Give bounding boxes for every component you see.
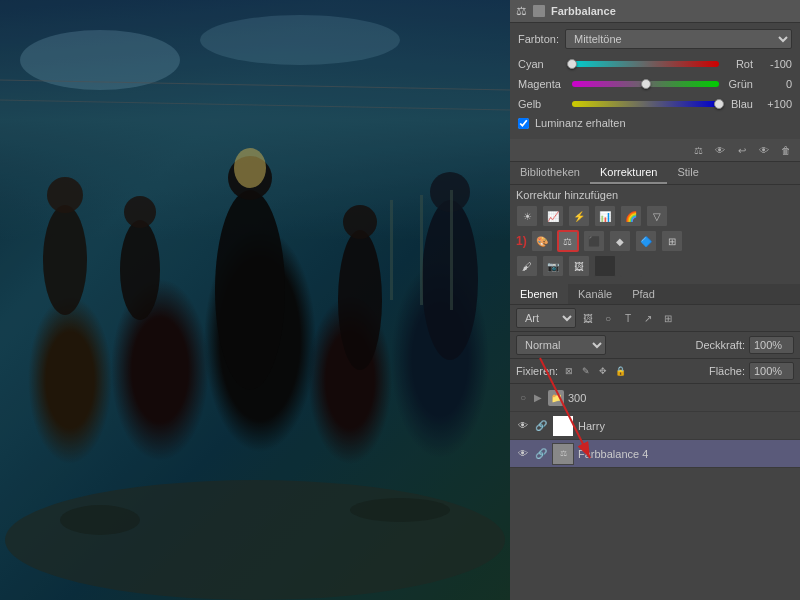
main-image	[0, 0, 510, 600]
farbbalance-title: Farbbalance	[551, 5, 616, 17]
svg-rect-18	[390, 200, 393, 300]
fix-icon-move[interactable]: ✥	[596, 364, 610, 378]
farbton-label: Farbton:	[518, 33, 559, 45]
corr-gradient[interactable]: ▽	[646, 205, 668, 227]
cyan-rot-slider[interactable]	[572, 57, 719, 71]
corr-colorlookup[interactable]: ◆	[609, 230, 631, 252]
corr-selectivecolor[interactable]: 🔷	[635, 230, 657, 252]
layer-row-farbbalance4[interactable]: 👁 🔗 ⚖ Farbbalance 4	[510, 440, 800, 468]
layer-link-harry[interactable]: 🔗	[534, 419, 548, 433]
svg-point-15	[5, 480, 505, 600]
blend-mode-select[interactable]: Normal	[516, 335, 606, 355]
layers-tabs: Ebenen Kanäle Pfad	[510, 284, 800, 305]
panel-icon-1[interactable]: ⚖	[690, 142, 706, 158]
layer-icon-thumb[interactable]: 🖼	[580, 310, 596, 326]
fix-icon-lock[interactable]: ⊠	[562, 364, 576, 378]
gelb-blau-thumb[interactable]	[714, 99, 724, 109]
panel-icon-2[interactable]: 👁	[712, 142, 728, 158]
layer-icon-group[interactable]: ⊞	[660, 310, 676, 326]
luminanz-checkbox[interactable]	[518, 118, 529, 129]
corr-dark[interactable]	[620, 255, 642, 277]
fix-icon-brush[interactable]: ✎	[579, 364, 593, 378]
magenta-gruen-thumb[interactable]	[641, 79, 651, 89]
panel-icon-delete[interactable]: 🗑	[778, 142, 794, 158]
svg-point-5	[47, 177, 83, 213]
layer-name-300: 300	[568, 392, 794, 404]
panel-icon-3[interactable]: ↩	[734, 142, 750, 158]
panel-icon-4[interactable]: 👁	[756, 142, 772, 158]
layer-name-farbbalance4: Farbbalance 4	[578, 448, 794, 460]
corr-huesaturation[interactable]: ⬛	[583, 230, 605, 252]
svg-point-17	[350, 498, 450, 522]
cyan-rot-slider-row: Cyan Rot -100	[518, 57, 792, 71]
farbbalance-title-bar: ⚖ Farbbalance	[510, 0, 800, 23]
layer-visibility-300[interactable]: ○	[516, 391, 530, 405]
fix-label: Fixieren:	[516, 365, 558, 377]
corr-photo[interactable]: 📷	[542, 255, 564, 277]
cyan-rot-value: -100	[757, 58, 792, 70]
svg-rect-20	[450, 190, 453, 310]
luminanz-row: Luminanz erhalten	[518, 117, 792, 129]
korrekturen-section: Korrektur hinzufügen ☀ 📈 ⚡ 📊 🌈 ▽ 1) 🎨 ⚖ …	[510, 185, 800, 284]
flaeche-label: Fläche:	[709, 365, 745, 377]
blau-label: Blau	[723, 98, 753, 110]
layer-icon-circle[interactable]: ○	[600, 310, 616, 326]
layer-icon-arrow[interactable]: ↗	[640, 310, 656, 326]
flaeche-input[interactable]	[749, 362, 794, 380]
layer-visibility-farbbalance4[interactable]: 👁	[516, 447, 530, 461]
bottom-icons-row: ⚖ 👁 ↩ 👁 🗑	[510, 139, 800, 162]
red-label: 1)	[516, 234, 527, 248]
layer-icon-T[interactable]: T	[620, 310, 636, 326]
layers-toolbar: Art 🖼 ○ T ↗ ⊞	[510, 305, 800, 332]
corr-black[interactable]	[594, 255, 616, 277]
corr-levels[interactable]: 📊	[594, 205, 616, 227]
corr-vibrance[interactable]: 🌈	[620, 205, 642, 227]
svg-point-11	[338, 230, 382, 370]
opacity-label: Deckkraft:	[695, 339, 745, 351]
korrekturen-title: Korrektur hinzufügen	[516, 189, 794, 201]
tab-kanaele[interactable]: Kanäle	[568, 284, 622, 304]
tab-pfad[interactable]: Pfad	[622, 284, 665, 304]
gruen-label: Grün	[723, 78, 753, 90]
correction-icons-row3: 🖌 📷 🖼	[516, 255, 794, 277]
fix-icons: ⊠ ✎ ✥ 🔒	[562, 364, 627, 378]
fix-row: Fixieren: ⊠ ✎ ✥ 🔒 Fläche:	[510, 359, 800, 384]
corr-brush[interactable]: 🖌	[516, 255, 538, 277]
gelb-blau-slider-row: Gelb Blau +100	[518, 97, 792, 111]
layer-thumb-farbbalance4: ⚖	[552, 443, 574, 465]
tab-ebenen[interactable]: Ebenen	[510, 284, 568, 304]
tab-stile[interactable]: Stile	[667, 162, 708, 184]
tab-bibliotheken[interactable]: Bibliotheken	[510, 162, 590, 184]
corr-brightness[interactable]: ☀	[516, 205, 538, 227]
svg-point-7	[124, 196, 156, 228]
corr-exposure[interactable]: ⚡	[568, 205, 590, 227]
layers-list: ○ ▶ 📁 300 👁 🔗 Harry 👁 🔗 ⚖ Farbbalance 4	[510, 384, 800, 600]
correction-icons-row1: ☀ 📈 ⚡ 📊 🌈 ▽	[516, 205, 794, 227]
layer-type-select[interactable]: Art	[516, 308, 576, 328]
layer-row-300[interactable]: ○ ▶ 📁 300	[510, 384, 800, 412]
magenta-gruen-slider[interactable]	[572, 77, 719, 91]
farbton-select[interactable]: Mitteltöne	[565, 29, 792, 49]
magenta-label: Magenta	[518, 78, 568, 90]
layer-expand-300[interactable]: ▶	[534, 392, 544, 403]
corr-grid[interactable]: ⊞	[661, 230, 683, 252]
corr-frame[interactable]: 🖼	[568, 255, 590, 277]
layer-link-farbbalance4[interactable]: 🔗	[534, 447, 548, 461]
rot-label: Rot	[723, 58, 753, 70]
layer-row-harry[interactable]: 👁 🔗 Harry	[510, 412, 800, 440]
blend-mode-row: Normal Deckkraft:	[510, 332, 800, 359]
cyan-rot-thumb[interactable]	[567, 59, 577, 69]
fix-icon-all[interactable]: 🔒	[613, 364, 627, 378]
tab-korrekturen[interactable]: Korrekturen	[590, 162, 667, 184]
svg-point-8	[215, 190, 285, 390]
corr-colorbalance1[interactable]: 🎨	[531, 230, 553, 252]
layer-name-harry: Harry	[578, 420, 794, 432]
luminanz-label: Luminanz erhalten	[535, 117, 626, 129]
layer-visibility-harry[interactable]: 👁	[516, 419, 530, 433]
layer-thumb-harry	[552, 415, 574, 437]
gelb-blau-slider[interactable]	[572, 97, 719, 111]
corr-curves[interactable]: 📈	[542, 205, 564, 227]
opacity-input[interactable]	[749, 336, 794, 354]
magenta-gruen-value: 0	[757, 78, 792, 90]
corr-colorbalance2[interactable]: ⚖	[557, 230, 579, 252]
